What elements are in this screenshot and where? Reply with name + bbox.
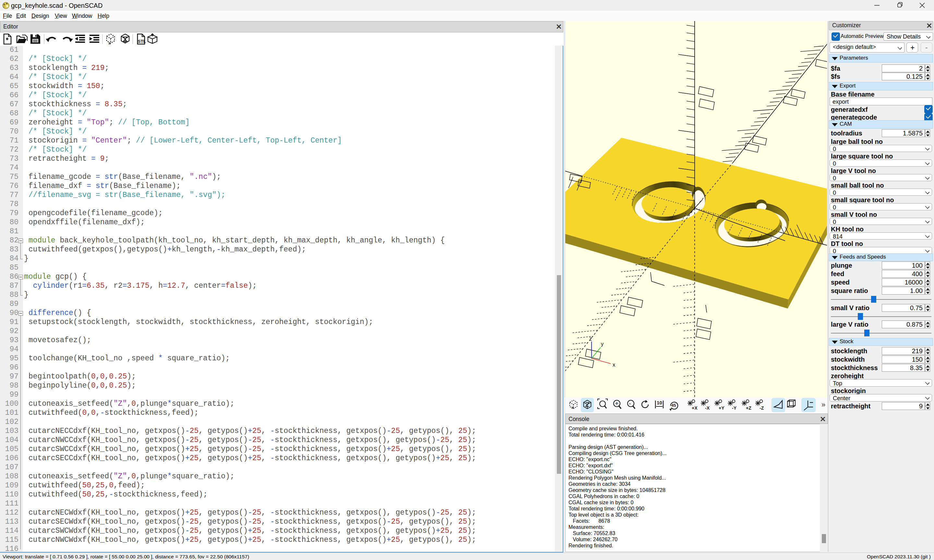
svg-text:x: x [613,362,615,368]
svg-text:STL: STL [138,39,146,44]
svg-text:+: + [615,400,619,407]
svg-text:-Y: -Y [732,405,737,411]
svg-text:-Z: -Z [760,405,764,411]
svg-text:»: » [821,400,825,409]
svg-text:»: » [108,40,111,46]
svg-text:+X: +X [692,405,698,411]
svg-text:»: » [572,405,574,410]
svg-text:+Y: +Y [719,405,724,411]
svg-text:-: - [629,400,631,407]
svg-text:y: y [601,341,604,347]
svg-text:45: 45 [671,403,676,408]
svg-text:z: z [589,336,592,342]
svg-text:-X: -X [705,405,710,411]
svg-text:10: 10 [657,400,662,405]
svg-text:+Z: +Z [746,405,751,411]
